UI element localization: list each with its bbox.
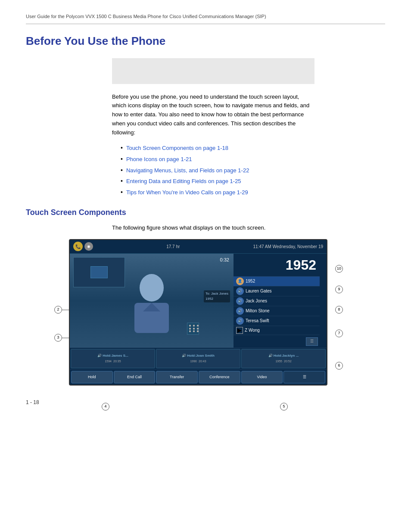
- avatar-teresa: 🔊: [236, 317, 244, 325]
- hold-item-2[interactable]: 🔊 Hold:Joan Smith 1990 20:43: [156, 349, 240, 368]
- sidebar-entry-lauren[interactable]: 🔊 Lauren Gates: [234, 286, 320, 296]
- bullet-link-2[interactable]: Phone Icons on page 1-21: [126, 155, 192, 164]
- arrow-icon: ▶: [236, 327, 243, 334]
- callout-2: 2: [54, 306, 62, 314]
- contact-name-active: 1952: [246, 278, 317, 284]
- action-bar: Hold End Call Transfer Conference Video …: [70, 369, 327, 385]
- bullet-link-3[interactable]: Navigating Menus, Lists, and Fields on p…: [126, 166, 249, 175]
- screen-icons-left: 📞 ◉: [73, 242, 93, 251]
- more-button[interactable]: ☰: [283, 371, 325, 383]
- page-container: User Guide for the Polycom VVX 1500 C Bu…: [0, 0, 411, 423]
- call-timer: 0:32: [220, 256, 229, 264]
- sidebar-entry-jack[interactable]: 🔊 Jack Jones: [234, 296, 320, 306]
- contact-lauren: Lauren Gates: [246, 288, 317, 294]
- avatar-photo: 👤: [236, 277, 244, 285]
- contact-teresa: Teresa Swift: [246, 317, 317, 324]
- video-area: 0:32 To: Jack Jones: [70, 254, 234, 348]
- sidebar-entry-zwong[interactable]: ▶ Z Wong: [234, 326, 320, 335]
- list-item: Phone Icons on page 1-21: [121, 155, 385, 164]
- menu-icon[interactable]: ☰: [306, 337, 318, 346]
- bullet-link-1[interactable]: Touch Screen Components on page 1-18: [126, 144, 228, 152]
- active-large-number: 1952: [234, 254, 320, 277]
- contact-zwong: Z Wong: [245, 327, 317, 333]
- sidebar-entry-active[interactable]: 👤 1952: [234, 277, 320, 286]
- page-title: Before You Use the Phone: [26, 33, 385, 50]
- phone-screen: 📞 ◉ 17.7 hr 11:47 AM Wednesday, November…: [69, 239, 327, 386]
- hold-button[interactable]: Hold: [71, 371, 113, 383]
- video-button[interactable]: Video: [241, 371, 283, 383]
- hold-item-1[interactable]: 🔊 Hold:James S... 1594 20:35: [71, 349, 155, 368]
- transfer-button[interactable]: Transfer: [156, 371, 198, 383]
- avatar-jack: 🔊: [236, 297, 244, 305]
- header-divider: [26, 24, 385, 24]
- svg-point-0: [140, 274, 164, 302]
- keypad-icon: [187, 323, 199, 335]
- contact-jack: Jack Jones: [246, 298, 317, 304]
- list-item: Navigating Menus, Lists, and Fields on p…: [121, 166, 385, 175]
- page-number: 1 - 18: [26, 398, 385, 406]
- right-sidebar: 1952 👤 1952 🔊 Lauren Gates 🔊 Jack Jones: [234, 254, 320, 348]
- callout-8: 8: [335, 306, 343, 314]
- bullet-list: Touch Screen Components on page 1-18 Pho…: [121, 144, 385, 196]
- conference-button[interactable]: Conference: [199, 371, 240, 383]
- bullet-link-5[interactable]: Tips for When You're in Video Calls on p…: [126, 188, 248, 197]
- callout-7: 7: [335, 330, 343, 337]
- callout-9: 9: [335, 286, 343, 293]
- list-item: Tips for When You're in Video Calls on p…: [121, 188, 385, 197]
- intro-text: Before you use the phone, you need to un…: [112, 93, 314, 137]
- avatar-milton: 🔊: [236, 307, 244, 315]
- sidebar-entry-milton[interactable]: 🔊 Milton Stone: [234, 306, 320, 316]
- callout-6: 6: [335, 362, 343, 370]
- figure-caption: The following figure shows what displays…: [112, 224, 385, 232]
- sidebar-bottom-icon: ☰: [234, 336, 320, 348]
- screen-header-time: 17.7 hr: [93, 243, 253, 250]
- callout-4: 4: [102, 403, 109, 411]
- screen-body: 0:32 To: Jack Jones: [70, 254, 327, 348]
- callout-10: 10: [335, 265, 343, 273]
- subsection-title: Touch Screen Components: [26, 207, 385, 218]
- list-item: Touch Screen Components on page 1-18: [121, 144, 385, 152]
- callout-3: 3: [54, 334, 62, 342]
- hold-item-3[interactable]: 🔊 Hold:Jacklyn ... 1955 20:52: [241, 349, 326, 368]
- callout-5: 5: [280, 403, 288, 411]
- phone-icon: 📞: [73, 242, 83, 251]
- sidebar-entry-teresa[interactable]: 🔊 Teresa Swift: [234, 316, 320, 326]
- headset-icon: ◉: [84, 242, 93, 251]
- contact-milton: Milton Stone: [246, 308, 317, 314]
- call-to-label: To: Jack Jones 1952: [204, 290, 230, 302]
- guide-title: User Guide for the Polycom VVX 1500 C Bu…: [26, 13, 385, 20]
- image-placeholder: [112, 58, 314, 84]
- video-thumbnail: [73, 257, 125, 287]
- phone-figure: 1 2 3 4 5 6 7 8: [52, 239, 377, 386]
- hold-bar: 🔊 Hold:James S... 1594 20:35 🔊 Hold:Joan…: [70, 348, 327, 369]
- list-item: Entering Data and Editing Fields on page…: [121, 177, 385, 186]
- bullet-link-4[interactable]: Entering Data and Editing Fields on page…: [126, 177, 241, 186]
- screen-header-datetime: 11:47 AM Wednesday, November 19: [253, 243, 324, 250]
- end-call-button[interactable]: End Call: [114, 371, 156, 383]
- avatar-lauren: 🔊: [236, 287, 244, 295]
- screen-header: 📞 ◉ 17.7 hr 11:47 AM Wednesday, November…: [70, 240, 327, 254]
